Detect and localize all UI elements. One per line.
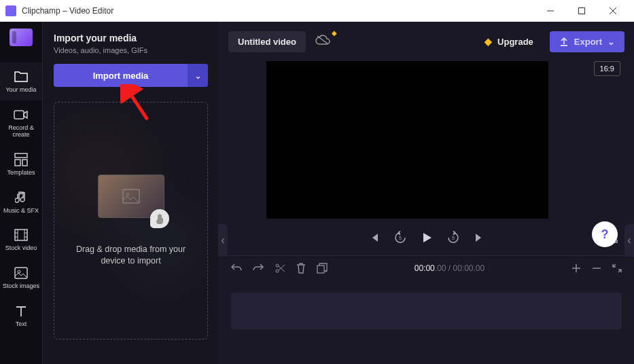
media-panel: Import your media Videos, audio, images,… [42,22,219,364]
dropzone-text: Drag & drop media from your device to im… [68,244,194,268]
preview-area: 16:9 [219,61,634,225]
rail-label: Music & SFX [3,208,39,215]
gem-icon: ◆ [485,36,492,47]
svg-point-16 [18,270,20,273]
panel-title: Import your media [54,33,208,43]
timecode-current: 00:00 [415,263,435,273]
chevron-down-icon: ⌄ [607,37,615,47]
editor-area: ‹ ‹ ? Untitled video ◆ ◆ Upgrade Export … [219,22,634,364]
svg-rect-23 [317,266,324,273]
help-icon: ? [601,228,609,242]
rail-label: Text [16,321,27,328]
logo-icon[interactable] [10,29,33,46]
zoom-out-button[interactable] [592,263,601,273]
svg-text:+: + [324,268,328,274]
play-button[interactable] [421,232,433,244]
hand-cursor-icon [150,209,169,228]
svg-text:5: 5 [452,236,455,240]
svg-rect-4 [14,111,24,119]
zoom-in-button[interactable] [571,263,581,273]
redo-button[interactable] [253,263,264,273]
rail-text[interactable]: Text [0,297,42,335]
rail-label: Your media [5,87,36,94]
delete-button[interactable] [296,263,306,274]
right-panel-toggle[interactable]: ‹ [624,224,634,257]
rail-label: Stock video [5,245,37,252]
close-button[interactable] [597,0,629,22]
chevron-left-icon: ‹ [627,234,631,247]
image-icon [14,266,29,280]
empty-track[interactable] [231,293,622,329]
import-media-dropdown[interactable]: ⌄ [188,64,208,87]
panel-subtitle: Videos, audio, images, GIFs [54,46,208,54]
media-dropzone[interactable]: Drag & drop media from your device to im… [54,102,208,340]
template-icon [14,152,29,167]
rail-record-create[interactable]: Record & create [0,101,42,145]
window-title: Clipchamp – Video Editor [22,6,535,16]
skip-end-button[interactable] [474,232,485,243]
app-icon [5,5,16,16]
video-preview[interactable] [266,61,548,219]
maximize-button[interactable] [566,0,597,22]
editor-toolbar: Untitled video ◆ ◆ Upgrade Export ⌄ [219,22,634,61]
export-button[interactable]: Export ⌄ [550,31,624,52]
music-icon [14,190,29,205]
svg-rect-6 [15,160,20,166]
text-icon [14,304,29,318]
svg-point-22 [276,264,279,267]
duplicate-button[interactable]: + [317,263,328,274]
folder-icon [14,69,29,84]
left-rail: Your media Record & create Templates Mus… [0,22,42,364]
rail-your-media[interactable]: Your media [0,62,42,101]
upgrade-label: Upgrade [497,37,533,47]
svg-rect-7 [22,160,27,166]
chevron-left-icon: ‹ [221,234,224,247]
rail-label: Templates [7,170,35,177]
rail-stock-images[interactable]: Stock images [0,259,42,297]
rail-stock-video[interactable]: Stock video [0,221,42,259]
svg-rect-8 [15,230,27,240]
upgrade-button[interactable]: ◆ Upgrade [475,31,543,52]
split-button[interactable] [275,263,285,274]
premium-badge-icon: ◆ [332,29,337,37]
rewind-button[interactable]: 5 [393,231,407,244]
minimize-button[interactable] [535,0,566,22]
player-controls: 5 5 [219,225,634,255]
svg-rect-1 [579,8,585,14]
project-title-input[interactable]: Untitled video [228,31,306,52]
dropzone-background [54,103,207,339]
import-media-button[interactable]: Import media [54,64,188,87]
svg-point-21 [276,270,279,272]
fit-timeline-button[interactable] [612,263,622,273]
svg-rect-15 [15,268,27,278]
rail-label: Stock images [3,283,39,290]
timeline-toolbar: + 00:00.00 / 00:00.00 [219,255,634,280]
rail-label: Record & create [1,125,41,139]
film-icon [14,228,29,242]
svg-rect-5 [15,153,27,158]
camera-icon [14,107,29,122]
dropzone-thumbnail [98,175,164,218]
rail-templates[interactable]: Templates [0,145,42,183]
forward-button[interactable]: 5 [446,231,460,244]
image-icon [122,189,140,204]
svg-text:5: 5 [399,236,402,240]
help-button[interactable]: ? [592,221,618,247]
collapse-panel-button[interactable]: ‹ [218,224,228,257]
timecode-total: 00:00 [453,263,474,273]
export-label: Export [574,37,602,47]
cloud-off-icon [315,35,330,46]
rail-music-sfx[interactable]: Music & SFX [0,183,42,221]
svg-point-18 [126,193,129,196]
window-controls [535,0,629,22]
undo-button[interactable] [231,263,242,273]
chevron-down-icon: ⌄ [194,71,202,81]
timeline-tracks[interactable] [219,280,634,364]
cloud-sync-button[interactable]: ◆ [313,32,333,51]
title-bar: Clipchamp – Video Editor [0,0,634,22]
upload-icon [559,37,569,46]
aspect-ratio-button[interactable]: 16:9 [594,61,620,76]
timecode-display: 00:00.00 / 00:00.00 [338,263,561,273]
skip-start-button[interactable] [369,232,380,243]
